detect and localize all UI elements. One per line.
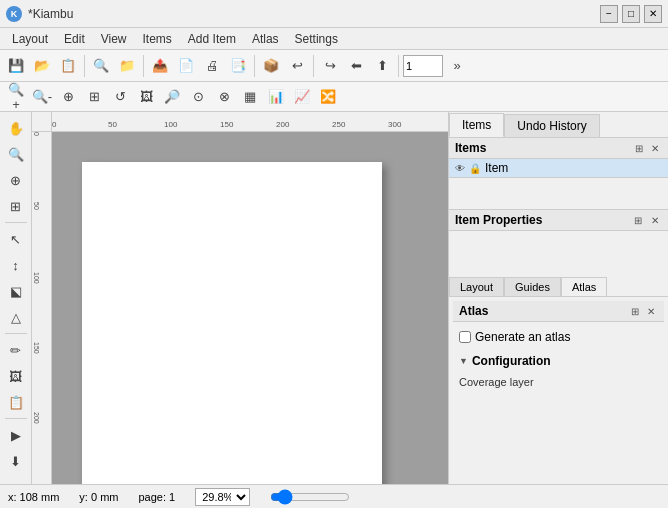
page-number-input[interactable] [403,55,443,77]
left-tool-btn-0[interactable]: ✋ [4,116,28,140]
left-tool-btn-9[interactable]: 🖼 [4,364,28,388]
left-tool-btn-10[interactable]: 📋 [4,390,28,414]
tab-items[interactable]: Items [449,113,504,137]
toolbar2-btn-5[interactable]: 🖼 [134,85,158,109]
title-bar: K *Kiambu − □ ✕ [0,0,668,28]
toolbar1-btn-8[interactable]: 📑 [226,54,250,78]
maximize-button[interactable]: □ [622,5,640,23]
toolbar2-btn-9[interactable]: ▦ [238,85,262,109]
left-tool-btn-2[interactable]: ⊕ [4,168,28,192]
ruler-tick: 50 [33,202,40,210]
menu-item-add-item[interactable]: Add Item [180,30,244,48]
left-tool-btn-3[interactable]: ⊞ [4,194,28,218]
toolbar2-btn-10[interactable]: 📊 [264,85,288,109]
toolbar1-btn-7[interactable]: 🖨 [200,54,224,78]
toolbar1-btn-1[interactable]: 📂 [30,54,54,78]
toolbar2-btn-6[interactable]: 🔎 [160,85,184,109]
toolbar1-btn-6[interactable]: 📄 [174,54,198,78]
lt-separator [5,418,27,419]
toolbar1-btn-11[interactable]: ↪ [318,54,342,78]
toolbar2-btn-11[interactable]: 📈 [290,85,314,109]
window-controls: − □ ✕ [600,5,662,23]
tab-guides[interactable]: Guides [504,277,561,296]
items-close-btn[interactable]: ✕ [648,142,662,155]
toolbar2-btn-2[interactable]: ⊕ [56,85,80,109]
right-panel: Items Undo History Items ⊞ ✕ 👁 🔒 Item [448,112,668,484]
coverage-layer-label: Coverage layer [459,376,534,388]
toolbar-separator [143,55,144,77]
toolbar2-btn-8[interactable]: ⊗ [212,85,236,109]
eye-icon[interactable]: 👁 [455,163,465,174]
atlas-close-btn[interactable]: ✕ [644,305,658,318]
config-arrow-icon: ▼ [459,356,468,366]
props-expand-btn[interactable]: ⊞ [631,214,645,227]
ruler-tick: 200 [33,412,40,424]
lock-icon[interactable]: 🔒 [469,163,481,174]
menu-item-atlas[interactable]: Atlas [244,30,287,48]
toolbar1-btn-3[interactable]: 🔍 [89,54,113,78]
toolbar1-btn-5[interactable]: 📤 [148,54,172,78]
ruler-tick: 100 [164,120,177,129]
ruler-tick: 250 [332,120,345,129]
menu-item-layout[interactable]: Layout [4,30,56,48]
ruler-tick: 300 [388,120,401,129]
ruler-tick: 0 [33,132,40,136]
toolbar2-btn-1[interactable]: 🔍- [30,85,54,109]
menu-item-settings[interactable]: Settings [287,30,346,48]
left-tool-btn-1[interactable]: 🔍 [4,142,28,166]
atlas-expand-btn[interactable]: ⊞ [628,305,642,318]
toolbar2-btn-3[interactable]: ⊞ [82,85,106,109]
items-expand-btn[interactable]: ⊞ [632,142,646,155]
canvas-content[interactable] [52,132,448,484]
toolbar1-btn-4[interactable]: 📁 [115,54,139,78]
canvas-area: 050100150200250300 050100150200 [32,112,448,484]
menu-item-view[interactable]: View [93,30,135,48]
toolbar2-btn-4[interactable]: ↺ [108,85,132,109]
minimize-button[interactable]: − [600,5,618,23]
left-tool-btn-6[interactable]: ⬕ [4,279,28,303]
left-tool-btn-7[interactable]: △ [4,305,28,329]
props-close-btn[interactable]: ✕ [648,214,662,227]
panel-tabs: Items Undo History [449,112,668,138]
layout-tabs: Layout Guides Atlas [449,275,668,297]
zoom-select[interactable]: 29.8% 50% 100% [195,488,250,506]
items-header: Items ⊞ ✕ [449,138,668,159]
configuration-header[interactable]: ▼ Configuration [459,352,658,370]
properties-section: Item Properties ⊞ ✕ [449,210,668,271]
menu-item-edit[interactable]: Edit [56,30,93,48]
generate-atlas-checkbox[interactable] [459,331,471,343]
toolbar1-btn-13[interactable]: ⬆ [370,54,394,78]
toolbar-separator [84,55,85,77]
left-tool-btn-4[interactable]: ↖ [4,227,28,251]
toolbar1-btn-0[interactable]: 💾 [4,54,28,78]
left-tool-btn-5[interactable]: ↕ [4,253,28,277]
tab-atlas[interactable]: Atlas [561,277,607,296]
toolbar1: 💾📂📋🔍📁📤📄🖨📑📦↩↪⬅⬆» [0,50,668,82]
menu-item-items[interactable]: Items [135,30,180,48]
toolbar2-btn-7[interactable]: ⊙ [186,85,210,109]
status-page: page: 1 [138,491,175,503]
left-tool-btn-11[interactable]: ▶ [4,423,28,447]
items-section-title: Items [455,141,486,155]
toolbar1-btn-2[interactable]: 📋 [56,54,80,78]
toolbar2-btn-0[interactable]: 🔍+ [4,85,28,109]
toolbar1-btn-9[interactable]: 📦 [259,54,283,78]
list-item[interactable]: 👁 🔒 Item [449,159,668,178]
toolbar1-btn-10[interactable]: ↩ [285,54,309,78]
toolbar2-btn-12[interactable]: 🔀 [316,85,340,109]
configuration-title: Configuration [472,354,551,368]
toolbar1-overflow-btn[interactable]: » [445,54,469,78]
status-x: x: 108 mm [8,491,59,503]
app-icon: K [6,6,22,22]
tab-undo-history[interactable]: Undo History [504,114,599,137]
left-tool-btn-12[interactable]: ⬇ [4,449,28,473]
close-button[interactable]: ✕ [644,5,662,23]
tab-layout[interactable]: Layout [449,277,504,296]
main-area: ✋🔍⊕⊞↖↕⬕△✏🖼📋▶⬇ 050100150200250300 0501001… [0,112,668,484]
toolbar1-btn-12[interactable]: ⬅ [344,54,368,78]
atlas-title: Atlas [459,304,488,318]
ruler-tick: 100 [33,272,40,284]
left-tool-btn-8[interactable]: ✏ [4,338,28,362]
ruler-tick: 50 [108,120,117,129]
zoom-slider[interactable] [270,489,350,505]
